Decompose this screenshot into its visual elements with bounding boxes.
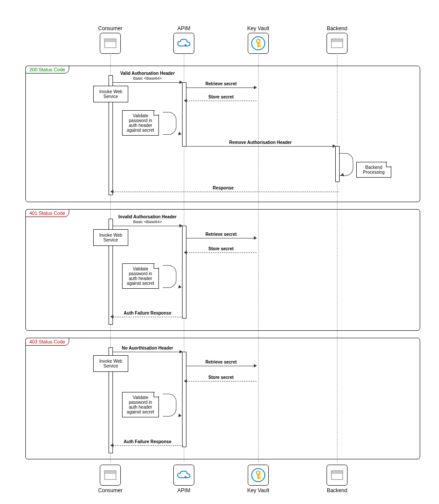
frame-label-401: 401 Status Code	[25, 209, 69, 217]
arrow	[113, 317, 183, 317]
frame-401: 401 Status Code	[25, 209, 420, 331]
arrow	[186, 238, 255, 238]
self-message	[163, 265, 176, 288]
note-validate: Validate password in auth header against…	[122, 392, 159, 417]
arrow	[113, 192, 339, 192]
arrow	[113, 445, 183, 446]
svg-point-11	[185, 476, 186, 478]
self-message	[340, 153, 353, 176]
msg-store: Store secret	[188, 94, 254, 99]
frame-label-403: 403 Status Code	[25, 338, 69, 346]
activation-backend	[335, 146, 340, 182]
msg-no-header: No Auorthisation Header	[114, 346, 181, 350]
svg-rect-6	[257, 46, 260, 47]
arrow-head	[254, 86, 257, 89]
actor-apim-bottom: APIM	[162, 465, 206, 494]
box-invoke: Invoke Web Service	[93, 86, 128, 102]
actor-keyvault-bottom: Key Vault	[236, 465, 280, 494]
actor-label: Backend	[315, 25, 359, 32]
arrow-head	[184, 99, 187, 102]
arrow-head	[254, 364, 257, 368]
arrow	[113, 82, 180, 83]
actor-apim-top: APIM	[162, 25, 206, 54]
actor-label: Consumer	[88, 487, 132, 494]
actor-keyvault-top: Key Vault	[236, 25, 280, 54]
svg-point-4	[256, 39, 260, 43]
actor-label: Consumer	[88, 25, 132, 32]
activation-apim	[182, 226, 186, 318]
browser-icon	[327, 33, 348, 54]
actor-consumer-bottom: Consumer	[88, 465, 132, 494]
arrow-head	[110, 190, 113, 193]
svg-rect-1	[105, 39, 116, 42]
svg-rect-10	[105, 471, 116, 473]
note-validate: Validate password in auth header against…	[122, 110, 159, 136]
actor-consumer-top: Consumer	[88, 25, 132, 54]
msg-valid-header: Valid Authorsation HeaderBasic <Base64>	[114, 71, 181, 80]
note-backend-proc: Backend Processing	[356, 162, 391, 178]
msg-retrieve: Retrieve secret	[188, 81, 254, 86]
msg-auth-fail: Auth Failure Response	[114, 311, 181, 315]
svg-point-13	[256, 471, 260, 475]
arrow-head	[184, 379, 187, 383]
msg-remove-auth: Remove Authorisation Header	[188, 140, 333, 145]
browser-icon	[100, 465, 121, 486]
key-icon	[248, 33, 269, 54]
svg-rect-15	[257, 477, 260, 479]
actor-label: APIM	[162, 25, 206, 32]
actor-label: Backend	[315, 487, 359, 494]
arrow	[186, 146, 334, 147]
actor-label: Key Vault	[236, 487, 280, 494]
box-invoke: Invoke Web Service	[93, 355, 128, 372]
box-invoke: Invoke Web Service	[93, 229, 128, 246]
arrow	[113, 352, 180, 352]
arrow	[186, 366, 255, 366]
arrow-head	[110, 315, 113, 318]
actor-backend-bottom: Backend	[315, 465, 359, 494]
msg-invalid-header: Invalid Authorsation HeaderBasic <Base64…	[114, 214, 181, 224]
key-icon	[248, 465, 269, 486]
arrow	[113, 226, 180, 226]
frame-403: 403 Status Code	[25, 338, 420, 459]
arrow-head	[110, 444, 113, 447]
msg-store: Store secret	[188, 246, 254, 251]
actor-label: Key Vault	[236, 25, 280, 32]
msg-response: Response	[114, 186, 333, 190]
actor-label: APIM	[162, 487, 206, 494]
browser-icon	[100, 33, 121, 54]
note-validate: Validate password in auth header against…	[122, 263, 159, 289]
msg-store: Store secret	[188, 375, 254, 380]
browser-icon	[327, 465, 348, 486]
arrow-head	[254, 236, 257, 240]
svg-rect-17	[331, 471, 343, 473]
activation-apim	[182, 82, 186, 147]
frame-label-200: 200 Status Code	[25, 66, 69, 74]
cloud-icon	[173, 465, 194, 486]
svg-rect-8	[331, 39, 343, 42]
msg-retrieve: Retrieve secret	[188, 360, 254, 364]
arrow	[186, 252, 256, 253]
self-message	[163, 112, 176, 135]
self-message	[163, 394, 176, 416]
arrow-head	[184, 251, 187, 254]
svg-point-2	[185, 44, 186, 46]
cloud-icon	[173, 33, 194, 54]
arrow	[186, 88, 255, 88]
activation-apim	[182, 352, 186, 447]
arrow	[186, 101, 256, 101]
actor-backend-top: Backend	[315, 25, 359, 54]
arrow	[186, 381, 256, 382]
msg-retrieve: Retrieve secret	[188, 232, 254, 237]
msg-auth-fail: Auth Failure Response	[114, 439, 181, 444]
